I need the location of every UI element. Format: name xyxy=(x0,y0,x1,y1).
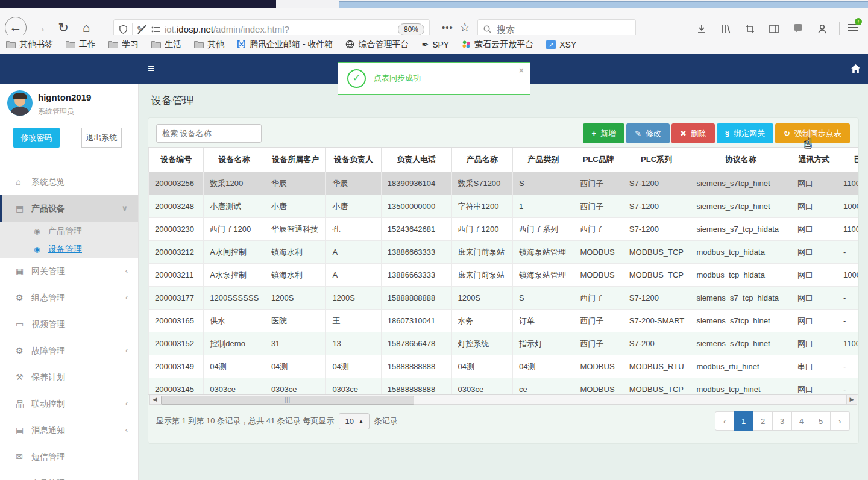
folder-icon xyxy=(66,40,75,48)
column-header[interactable]: 设备所属客户 xyxy=(265,148,326,172)
page-button[interactable]: 2 xyxy=(753,411,773,431)
table-row[interactable]: 200003152控制demo311315878656478灯控系统指示灯西门子… xyxy=(149,332,859,355)
reload-button[interactable]: ↻ xyxy=(54,19,72,37)
绑定网关-button[interactable]: §绑定网关 xyxy=(717,123,773,143)
page-size-select[interactable]: 10 ▲ xyxy=(339,413,369,429)
logout-button[interactable]: 退出系统 xyxy=(81,128,122,148)
library-icon[interactable] xyxy=(720,23,732,36)
table-cell: A水闸控制 xyxy=(204,241,265,264)
bookmark-item[interactable]: 其他书签 xyxy=(6,39,53,50)
sidebar-item[interactable]: ⚒保养计划 xyxy=(0,364,139,390)
scroll-left-icon[interactable]: ◀ xyxy=(150,395,160,404)
change-password-button[interactable]: 修改密码 xyxy=(13,128,60,148)
account-icon[interactable] xyxy=(817,23,829,36)
table-cell: 1200SSSSSS xyxy=(204,287,265,310)
bookmarks-bar: 其他书签工作学习生活其他腾讯企业邮箱 - 收件箱综合管理平台✒SPY萤石云开放平… xyxy=(0,35,868,54)
新增-button[interactable]: +新增 xyxy=(583,123,624,143)
pagination-summary: 显示第 1 到第 10 条记录，总共 41 条记录 每页显示 10 ▲ 条记录 xyxy=(156,411,398,431)
zoom-badge[interactable]: 80% xyxy=(398,23,424,36)
bookmark-star-icon[interactable]: ☆ xyxy=(459,20,470,34)
sidebar-item[interactable]: 品联动控制‹ xyxy=(0,390,139,417)
bookmark-item[interactable]: 综合管理平台 xyxy=(345,39,409,50)
downloads-icon[interactable] xyxy=(696,23,708,36)
column-header[interactable]: 协议名称 xyxy=(690,148,791,172)
table-cell: 15888888888 xyxy=(381,378,451,396)
avatar[interactable] xyxy=(7,90,33,116)
修改-button[interactable]: ✎修改 xyxy=(626,123,670,143)
bookmark-item[interactable]: 萤石云开放平台 xyxy=(462,39,533,50)
scroll-right-icon[interactable]: ▶ xyxy=(846,395,857,404)
table-row[interactable]: 200003256数采1200华辰华辰18390936104数采S71200S西… xyxy=(149,172,859,195)
sidebar-item[interactable]: ⚙组态管理‹ xyxy=(0,284,139,311)
sidebar-subitem[interactable]: ◉设备管理 xyxy=(0,240,139,258)
table-row[interactable]: 200003248小唐测试小唐小唐13500000000字符串12001西门子S… xyxy=(149,195,859,218)
删除-button[interactable]: ✖删除 xyxy=(671,123,715,143)
page-button[interactable]: 4 xyxy=(792,411,811,431)
table-cell: ce xyxy=(513,378,574,396)
table-row[interactable]: 2000031450303ce0303ce0303ce1588888888803… xyxy=(149,378,859,396)
column-header[interactable]: 产品类别 xyxy=(513,148,574,172)
bookmark-item[interactable]: 工作 xyxy=(66,39,96,50)
column-header[interactable]: 通讯方式 xyxy=(791,148,837,172)
page-button[interactable]: ‹ xyxy=(715,411,734,431)
sidebar-panel-icon[interactable] xyxy=(769,23,781,36)
column-header[interactable]: 负责人电话 xyxy=(381,148,451,172)
forward-button[interactable]: → xyxy=(31,19,49,37)
home-button[interactable]: ⌂ xyxy=(77,19,95,37)
table-cell: 小唐 xyxy=(265,195,326,218)
browser-search-input[interactable] xyxy=(495,23,618,35)
bookmark-item[interactable]: 腾讯企业邮箱 - 收件箱 xyxy=(237,39,333,50)
bookmark-item[interactable]: 学习 xyxy=(108,39,139,50)
menu-hamburger-icon[interactable] xyxy=(848,24,858,33)
sidebar-item[interactable]: ▭视频管理 xyxy=(0,311,139,337)
table-cell: - xyxy=(837,310,858,332)
disabled-pencil-icon[interactable]: ✎ xyxy=(137,25,146,34)
shield-icon[interactable] xyxy=(119,25,128,34)
sidebar-subitem[interactable]: ◉产品管理 xyxy=(0,222,139,240)
column-header[interactable]: PLC品牌 xyxy=(574,148,623,172)
active-tab[interactable] xyxy=(0,0,276,8)
column-header[interactable]: 已绑定网关 xyxy=(837,148,858,172)
pocket-chat-icon[interactable] xyxy=(793,23,805,36)
table-row[interactable]: 200003230西门子1200华辰智通科技孔15243642681西门子120… xyxy=(149,218,859,241)
table-row[interactable]: 200003211A水泵控制镇海水利A13886663333庶来门前泵站镇海泵站… xyxy=(149,264,859,287)
column-header[interactable]: 设备名称 xyxy=(204,148,265,172)
permissions-icon[interactable] xyxy=(151,25,160,34)
bookmark-item[interactable]: ✒SPY xyxy=(421,40,449,49)
bookmark-item[interactable]: 生活 xyxy=(151,39,181,50)
table-row[interactable]: 2000031771200SSSSSS1200S1200S15888888888… xyxy=(149,287,859,310)
page-button[interactable]: › xyxy=(831,411,850,431)
bookmark-item[interactable]: 其他 xyxy=(194,39,224,50)
table-row[interactable]: 200003165供水医院王18607310041水务订单西门子S7-200-S… xyxy=(149,310,859,332)
toast-close-icon[interactable]: × xyxy=(519,66,524,75)
page-button[interactable]: 5 xyxy=(811,411,831,431)
scrollbar-thumb[interactable]: ||| xyxy=(161,396,414,405)
sidebar-item[interactable]: ▤消息通知‹ xyxy=(0,417,139,443)
table-cell: modbus_rtu_hinet xyxy=(690,355,791,378)
sidebar-item[interactable]: ⚙故障管理‹ xyxy=(0,337,139,364)
page-button[interactable]: 3 xyxy=(773,411,792,431)
page-actions-icon[interactable]: ••• xyxy=(442,22,453,33)
horizontal-scrollbar[interactable]: ◀ ||| ▶ xyxy=(149,394,857,405)
page-button[interactable]: 1 xyxy=(734,411,753,431)
column-header[interactable]: PLC系列 xyxy=(623,148,690,172)
table-row[interactable]: 20000314904测04测04测1588888888804测04测MODBU… xyxy=(149,355,859,378)
table-cell: 15878656478 xyxy=(381,332,451,355)
table-row[interactable]: 200003212A水闸控制镇海水利A13886663333庶来门前泵站镇海泵站… xyxy=(149,241,859,264)
screenshot-icon[interactable] xyxy=(744,23,756,36)
sidebar-item[interactable]: ✉短信管理 xyxy=(0,443,139,470)
sidebar-toggle-icon[interactable]: ≡ xyxy=(148,62,154,75)
sidebar-item[interactable]: ▦网关管理‹ xyxy=(0,258,139,284)
column-header[interactable]: 设备负责人 xyxy=(326,148,381,172)
table-cell: 小唐测试 xyxy=(204,195,265,218)
column-header[interactable]: 产品名称 xyxy=(451,148,513,172)
sidebar-item[interactable]: ⌂系统总览 xyxy=(0,169,139,195)
chevron-left-icon: ‹ xyxy=(125,390,128,417)
app-home-icon[interactable] xyxy=(851,64,861,74)
column-header[interactable]: 设备编号 xyxy=(149,148,204,172)
sidebar-item[interactable]: ▯卡号管理 xyxy=(0,470,139,480)
device-search-input[interactable] xyxy=(156,124,262,143)
bookmark-item[interactable]: ↗XSY xyxy=(546,39,576,49)
强制同步点表-button[interactable]: ↻强制同步点表 xyxy=(775,123,850,143)
sidebar-item[interactable]: ▤产品设备∨ xyxy=(0,195,139,222)
